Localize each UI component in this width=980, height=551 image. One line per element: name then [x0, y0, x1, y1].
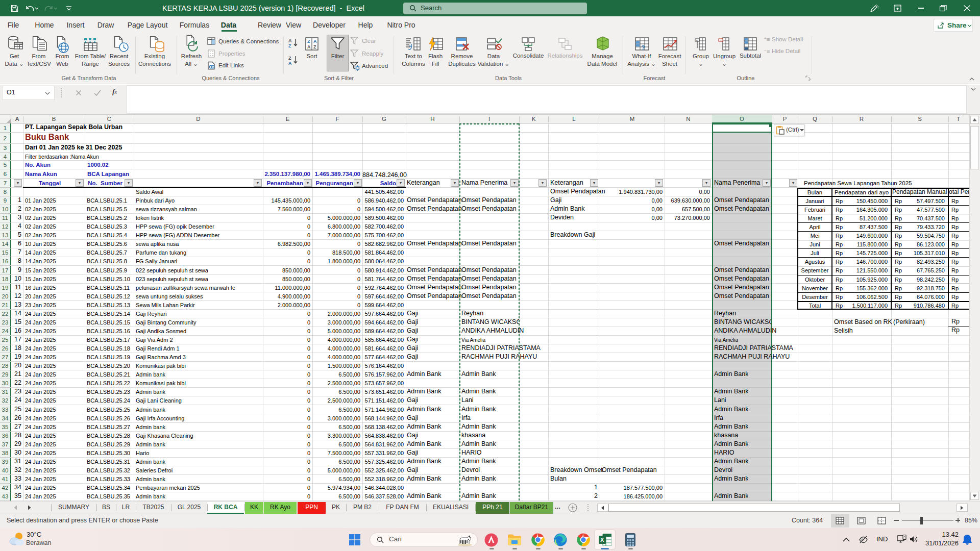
svg-text:A: A	[288, 38, 292, 43]
svg-text:A: A	[288, 61, 292, 65]
svg-text:?: ?	[641, 44, 645, 51]
svg-text:X: X	[600, 537, 604, 543]
svg-text:Z: Z	[313, 44, 316, 49]
svg-text:A: A	[313, 39, 317, 44]
svg-text:A: A	[307, 44, 311, 49]
svg-text:Z: Z	[307, 39, 310, 44]
svg-text:+: +	[696, 39, 698, 42]
svg-text:Z: Z	[288, 43, 291, 48]
